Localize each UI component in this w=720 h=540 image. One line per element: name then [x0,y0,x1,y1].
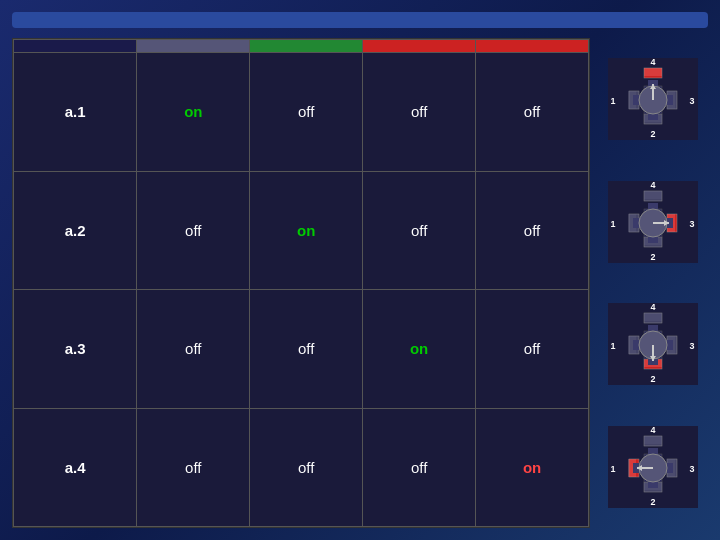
header-coil2 [363,40,476,53]
header-coil3 [250,40,363,53]
table-row: a.2offonoffoff [14,171,589,290]
svg-text:1: 1 [610,464,615,474]
table-row: a.1onoffoffoff [14,53,589,172]
svg-text:3: 3 [689,464,694,474]
coil1-cell-0: off [476,53,589,172]
diagram-cell-0: 4213 [598,38,708,161]
step-cell-2: a.3 [14,290,137,409]
coil4-cell-1: off [137,171,250,290]
table-row: a.3offoffonoff [14,290,589,409]
header-step [14,40,137,53]
coil4-cell-0: on [137,53,250,172]
diagram-cell-3: 4213 [598,406,708,529]
coil2-cell-0: off [363,53,476,172]
svg-text:2: 2 [650,374,655,384]
coil3-cell-2: off [250,290,363,409]
svg-text:1: 1 [610,96,615,106]
diagram-cell-2: 4213 [598,283,708,406]
content-area: a.1onoffoffoffa.2offonoffoffa.3offoffono… [12,38,708,528]
svg-text:4: 4 [650,181,655,190]
svg-text:3: 3 [689,219,694,229]
coil1-cell-3: on [476,408,589,527]
svg-text:2: 2 [650,497,655,507]
coil2-cell-3: off [363,408,476,527]
svg-text:2: 2 [650,129,655,139]
coil3-cell-1: on [250,171,363,290]
svg-text:1: 1 [610,341,615,351]
table-row: a.4offoffoffon [14,408,589,527]
svg-text:4: 4 [650,303,655,312]
coil4-cell-3: off [137,408,250,527]
excitation-table: a.1onoffoffoffa.2offonoffoffa.3offoffono… [13,39,589,527]
svg-text:3: 3 [689,96,694,106]
diagram-cell-1: 4213 [598,161,708,284]
diagrams-column: 4213421342134213 [598,38,708,528]
step-cell-3: a.4 [14,408,137,527]
svg-text:2: 2 [650,252,655,262]
coil2-cell-2: on [363,290,476,409]
coil2-cell-1: off [363,171,476,290]
coil3-cell-3: off [250,408,363,527]
coil1-cell-2: off [476,290,589,409]
header-coil4 [137,40,250,53]
coil4-cell-2: off [137,290,250,409]
svg-text:4: 4 [650,426,655,435]
table-container: a.1onoffoffoffa.2offonoffoffa.3offoffono… [12,38,590,528]
title-bar [12,12,708,28]
main-container: a.1onoffoffoffa.2offonoffoffa.3offoffono… [0,0,720,540]
svg-text:3: 3 [689,341,694,351]
header-coil1 [476,40,589,53]
step-cell-1: a.2 [14,171,137,290]
coil3-cell-0: off [250,53,363,172]
step-cell-0: a.1 [14,53,137,172]
svg-text:4: 4 [650,58,655,67]
coil1-cell-1: off [476,171,589,290]
svg-text:1: 1 [610,219,615,229]
